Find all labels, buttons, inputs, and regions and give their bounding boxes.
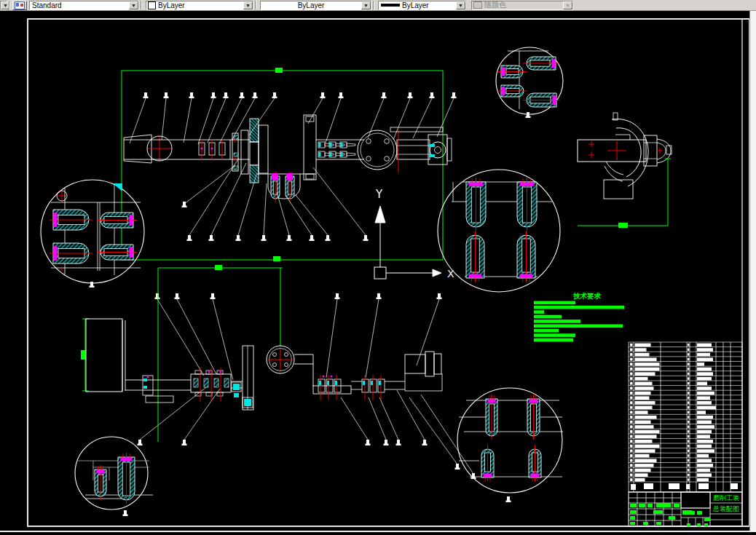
toolbar-separator bbox=[141, 1, 142, 9]
window-bottom-edge bbox=[0, 531, 756, 532]
chevron-down-icon[interactable]: ▼ bbox=[361, 1, 371, 9]
styles-button[interactable] bbox=[12, 1, 27, 10]
lineweight-icon bbox=[381, 4, 400, 7]
linetype-combo[interactable]: ByLayer ▼ bbox=[260, 1, 371, 10]
linetype-value: ByLayer bbox=[261, 1, 361, 9]
plotstyle-combo: 随颜色 ▼ bbox=[471, 1, 573, 10]
titleblock-drawing-text: 总装配图 bbox=[712, 505, 739, 512]
top-assembly-view bbox=[122, 68, 452, 261]
leader-lines bbox=[90, 92, 531, 516]
plotstyle-icon bbox=[473, 1, 482, 9]
detail-circle-c bbox=[438, 170, 560, 292]
text-style-combo[interactable]: Standard ▼ bbox=[29, 1, 139, 10]
bottom-assembly-view bbox=[81, 265, 442, 442]
titleblock-project-text: 磨削工装 bbox=[713, 494, 739, 502]
chevron-down-icon[interactable]: ▼ bbox=[243, 1, 253, 9]
toolbar-separator bbox=[373, 1, 374, 9]
lineweight-value: ByLayer bbox=[400, 1, 456, 9]
text-style-value: Standard bbox=[30, 1, 129, 9]
tech-requirements: 技术要求 bbox=[534, 292, 624, 341]
chevron-down-icon[interactable]: ▼ bbox=[129, 1, 138, 9]
lineweight-combo[interactable]: ByLayer ▼ bbox=[378, 1, 466, 10]
color-value: ByLayer bbox=[156, 1, 243, 9]
styles-icon bbox=[15, 1, 25, 9]
svg-text:Y: Y bbox=[375, 188, 383, 201]
drawing-canvas[interactable]: YX技术要求磨削工装总装配图 bbox=[0, 0, 756, 535]
svg-text:技术要求: 技术要求 bbox=[572, 292, 602, 300]
side-view bbox=[578, 113, 672, 228]
toolbar-separator bbox=[9, 1, 10, 9]
color-swatch-icon bbox=[148, 1, 156, 9]
detail-circle-b bbox=[496, 47, 563, 114]
detail-circle-a bbox=[41, 180, 144, 283]
chevron-down-icon[interactable]: ▼ bbox=[456, 1, 465, 9]
chevron-down-icon: ▼ bbox=[563, 1, 572, 9]
svg-text:X: X bbox=[447, 268, 454, 280]
layer-combo-partial[interactable]: ▼ bbox=[0, 1, 7, 10]
bom-table bbox=[629, 342, 742, 492]
plotstyle-value: 随颜色 bbox=[482, 0, 563, 10]
color-combo[interactable]: ByLayer ▼ bbox=[146, 1, 253, 10]
window-right-edge bbox=[749, 11, 756, 531]
toolbar: ▼ Standard ▼ ByLayer ▼ ByLayer ▼ ByLayer… bbox=[0, 0, 756, 11]
detail-circle-d bbox=[75, 437, 153, 510]
toolbar-separator bbox=[255, 1, 256, 9]
title-block: 磨削工装总装配图 bbox=[629, 492, 742, 526]
